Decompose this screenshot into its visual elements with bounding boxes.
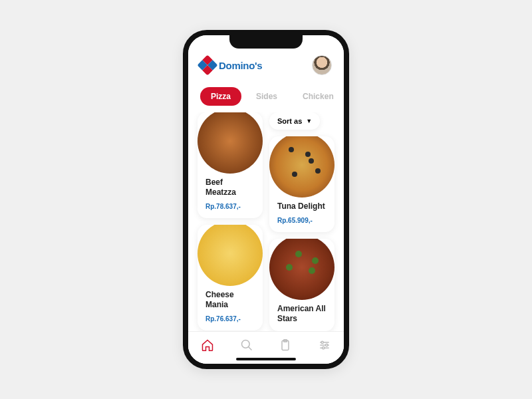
product-name: Tuna Delight [277,201,327,211]
product-grid: Beef Meatzza Rp.78.637,- Cheese Mania Rp… [188,112,344,331]
product-price: Rp.78.637,- [205,203,255,210]
avatar[interactable] [312,55,332,75]
product-card[interactable]: Beef Meatzza Rp.78.637,- [198,112,263,218]
svg-point-8 [325,344,327,346]
product-name: Beef Meatzza [205,178,255,198]
tab-sides[interactable]: Sides [245,87,288,106]
sort-label: Sort as [277,117,302,125]
nav-orders[interactable] [279,338,292,352]
sort-button[interactable]: Sort as ▼ [269,112,320,130]
nav-search[interactable] [240,338,253,352]
svg-line-1 [248,347,251,350]
product-name: Cheese Mania [205,290,255,310]
home-icon [201,338,214,352]
grid-col-right: Sort as ▼ Tuna Delight Rp.65.909,- [269,112,334,331]
brand[interactable]: Domino's [200,58,262,72]
category-tabs: Pizza Sides Chicken Desserts [188,82,344,112]
clipboard-icon [279,338,292,352]
product-image [198,112,263,174]
svg-point-0 [241,340,249,348]
product-image [269,136,334,198]
sliders-icon [318,338,331,352]
svg-point-7 [321,341,323,343]
search-icon [240,338,253,352]
product-price: Rp.65.909,- [277,217,327,224]
product-image [198,225,263,286]
brand-name: Domino's [219,60,262,71]
dominos-logo-icon [197,55,217,75]
nav-home[interactable] [201,338,214,352]
grid-col-left: Beef Meatzza Rp.78.637,- Cheese Mania Rp… [198,112,263,331]
nav-settings[interactable] [318,338,331,352]
tab-chicken[interactable]: Chicken [292,87,344,106]
tab-pizza[interactable]: Pizza [200,87,241,106]
app-screen: Domino's Pizza Sides Chicken Desserts Be… [188,35,344,364]
product-card[interactable]: American All Stars [269,239,334,332]
notch [229,35,303,49]
product-card[interactable]: Cheese Mania Rp.76.637,- [198,225,263,331]
product-image [269,239,334,300]
product-card[interactable]: Tuna Delight Rp.65.909,- [269,136,334,232]
chevron-down-icon: ▼ [306,118,312,124]
product-name: American All Stars [277,304,327,324]
product-price: Rp.76.637,- [205,315,255,323]
home-indicator [236,358,296,360]
svg-point-9 [322,347,324,349]
phone-frame: Domino's Pizza Sides Chicken Desserts Be… [183,30,349,369]
